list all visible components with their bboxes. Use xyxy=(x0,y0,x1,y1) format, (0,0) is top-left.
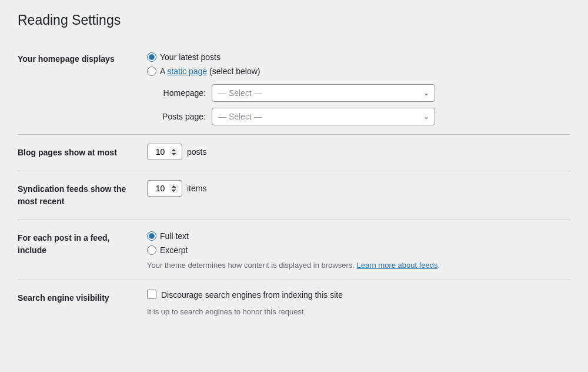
learn-more-feeds-link[interactable]: Learn more about feeds xyxy=(356,261,437,270)
full-text-label: Full text xyxy=(160,231,189,241)
feed-content-row: For each post in a feed, include Full te… xyxy=(18,220,570,280)
excerpt-label: Excerpt xyxy=(160,245,188,255)
syndication-feeds-label: Syndication feeds show the most recent xyxy=(18,171,141,220)
blog-pages-unit: posts xyxy=(187,147,206,157)
syndication-feeds-input[interactable] xyxy=(147,180,182,197)
feed-content-field: Full text Excerpt Your theme determines … xyxy=(141,220,570,280)
homepage-select-row: Homepage: — Select — ⌄ xyxy=(147,84,564,102)
excerpt-radio-item[interactable]: Excerpt xyxy=(147,245,564,255)
homepage-displays-label: Your homepage displays xyxy=(18,41,141,135)
blog-pages-label: Blog pages show at most xyxy=(18,134,141,171)
sub-fields: Homepage: — Select — ⌄ Posts page: — xyxy=(147,84,564,125)
search-engine-checkbox-label: Discourage search engines from indexing … xyxy=(161,289,343,301)
search-engine-checkbox[interactable] xyxy=(147,290,156,299)
static-page-label: A static page (select below) xyxy=(160,67,260,76)
homepage-select-wrapper: — Select — ⌄ xyxy=(212,84,435,102)
homepage-displays-field: Your latest posts A static page (select … xyxy=(141,41,570,135)
search-engine-row: Search engine visibility Discourage sear… xyxy=(18,280,570,327)
full-text-radio[interactable] xyxy=(147,231,156,241)
posts-page-select-wrapper: — Select — ⌄ xyxy=(212,108,435,125)
feed-content-help-text: Your theme determines how content is dis… xyxy=(147,260,564,271)
static-page-link[interactable]: static page xyxy=(167,67,207,76)
search-engine-field: Discourage search engines from indexing … xyxy=(141,280,570,327)
posts-page-select-row: Posts page: — Select — ⌄ xyxy=(147,108,564,125)
search-engine-label: Search engine visibility xyxy=(18,280,141,327)
latest-posts-radio-item[interactable]: Your latest posts xyxy=(147,52,564,62)
full-text-radio-item[interactable]: Full text xyxy=(147,231,564,241)
page-container: Reading Settings Your homepage displays … xyxy=(0,0,588,338)
syndication-input-wrapper: items xyxy=(147,180,564,197)
excerpt-radio[interactable] xyxy=(147,245,156,255)
homepage-select[interactable]: — Select — xyxy=(212,84,435,102)
blog-pages-input[interactable] xyxy=(147,144,182,160)
blog-pages-row: Blog pages show at most posts xyxy=(18,134,570,171)
static-page-radio-item[interactable]: A static page (select below) xyxy=(147,67,564,76)
search-engine-help-text: It is up to search engines to honor this… xyxy=(147,306,564,318)
settings-table: Your homepage displays Your latest posts… xyxy=(18,41,570,327)
latest-posts-label: Your latest posts xyxy=(160,52,220,62)
blog-pages-input-wrapper: posts xyxy=(147,144,564,160)
posts-page-select-label: Posts page: xyxy=(147,112,206,121)
homepage-select-label: Homepage: xyxy=(147,88,206,98)
feed-content-label: For each post in a feed, include xyxy=(18,220,141,280)
static-page-label-before: A xyxy=(160,67,167,76)
homepage-radio-group: Your latest posts A static page (select … xyxy=(147,50,564,76)
page-title: Reading Settings xyxy=(18,12,570,29)
posts-page-select[interactable]: — Select — xyxy=(212,108,435,125)
syndication-feeds-row: Syndication feeds show the most recent i… xyxy=(18,171,570,220)
syndication-feeds-field: items xyxy=(141,171,570,220)
homepage-displays-row: Your homepage displays Your latest posts… xyxy=(18,41,570,135)
static-page-radio[interactable] xyxy=(147,67,156,76)
latest-posts-radio[interactable] xyxy=(147,52,156,62)
search-engine-checkbox-item[interactable]: Discourage search engines from indexing … xyxy=(147,289,564,301)
syndication-feeds-unit: items xyxy=(187,184,206,193)
feed-content-radio-group: Full text Excerpt xyxy=(147,229,564,255)
blog-pages-field: posts xyxy=(141,134,570,171)
static-page-label-after: (select below) xyxy=(207,67,260,76)
